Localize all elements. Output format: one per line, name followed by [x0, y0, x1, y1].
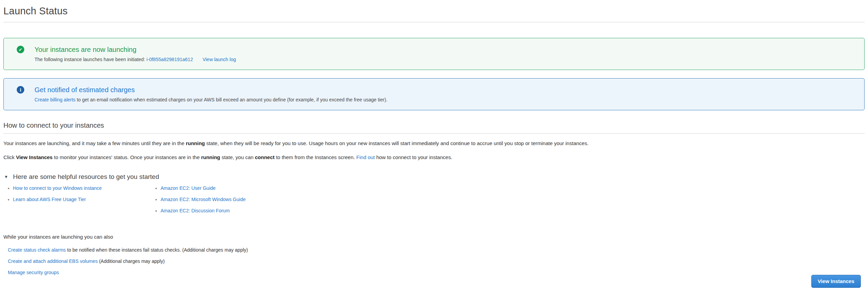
instance-id-link[interactable]: i-0f855a8298191a612 — [147, 57, 193, 62]
info-banner-message: Create billing alerts to get an email no… — [35, 97, 857, 103]
action-row: Create and attach additional EBS volumes… — [8, 258, 865, 265]
info-banner-body: Get notified of estimated charges Create… — [35, 86, 857, 103]
success-banner: ✔ Your instances are now launching The f… — [3, 38, 865, 70]
success-banner-title: Your instances are now launching — [35, 45, 857, 54]
p1-text-a: Your instances are launching, and it may… — [3, 140, 186, 146]
free-usage-tier-link[interactable]: Learn about AWS Free Usage Tier — [13, 197, 86, 202]
windows-instance-connect-link[interactable]: How to connect to your Windows instance — [13, 185, 102, 191]
p2-text-c: state, you can — [220, 154, 255, 160]
connect-paragraph-2: Click View Instances to monitor your ins… — [3, 154, 865, 161]
info-message-text: to get an email notification when estima… — [75, 97, 387, 102]
create-status-check-alarms-link[interactable]: Create status check alarms — [8, 247, 66, 253]
success-banner-body: Your instances are now launching The fol… — [35, 45, 857, 62]
page-title: Launch Status — [3, 5, 865, 17]
p2-text-b: to monitor your instances' status. Once … — [53, 154, 201, 160]
view-launch-log-link[interactable]: View launch log — [203, 57, 236, 62]
create-billing-alerts-link[interactable]: Create billing alerts — [35, 97, 75, 102]
p2-text-a: Click — [3, 154, 16, 160]
resources-column-1: How to connect to your Windows instance … — [3, 185, 151, 219]
ec2-windows-guide-link[interactable]: Amazon EC2: Microsoft Windows Guide — [161, 197, 246, 202]
resources-list-1: How to connect to your Windows instance … — [3, 185, 151, 203]
find-out-link[interactable]: Find out — [356, 154, 375, 160]
action-suffix: (Additional charges may apply) — [98, 258, 165, 264]
p2-view-instances-bold: View Instances — [16, 154, 53, 160]
create-ebs-volumes-link[interactable]: Create and attach additional EBS volumes — [8, 258, 98, 264]
resources-column-2: Amazon EC2: User Guide Amazon EC2: Micro… — [151, 185, 246, 219]
chevron-down-icon: ▼ — [4, 174, 13, 179]
view-instances-button[interactable]: View Instances — [811, 275, 861, 288]
p2-connect-bold: connect — [255, 154, 275, 160]
list-item: Learn about AWS Free Usage Tier — [13, 196, 151, 203]
p2-text-e: how to connect to your instances. — [375, 154, 452, 160]
action-suffix: to be notified when these instances fail… — [66, 247, 248, 253]
ec2-user-guide-link[interactable]: Amazon EC2: User Guide — [161, 185, 216, 191]
p2-running-bold: running — [201, 154, 220, 160]
action-row: Manage security groups — [8, 269, 865, 276]
connect-section-heading: How to connect to your instances — [3, 122, 865, 129]
resources-columns: How to connect to your Windows instance … — [3, 185, 865, 219]
list-item: Amazon EC2: Microsoft Windows Guide — [161, 196, 246, 203]
p1-text-b: state, when they will be ready for you t… — [205, 140, 589, 146]
connect-paragraph-1: Your instances are launching, and it may… — [3, 140, 865, 147]
while-launching-actions: Create status check alarms to be notifie… — [3, 247, 865, 276]
resources-list-2: Amazon EC2: User Guide Amazon EC2: Micro… — [151, 185, 246, 214]
success-message-prefix: The following instance launches have bee… — [35, 57, 147, 62]
resources-collapse-header[interactable]: ▼ Here are some helpful resources to get… — [3, 173, 865, 181]
manage-security-groups-link[interactable]: Manage security groups — [8, 270, 59, 275]
p1-running-bold: running — [186, 140, 205, 146]
resources-title: Here are some helpful resources to get y… — [13, 173, 159, 181]
info-banner-title: Get notified of estimated charges — [35, 86, 857, 94]
action-row: Create status check alarms to be notifie… — [8, 247, 865, 253]
success-banner-message: The following instance launches have bee… — [35, 57, 857, 62]
list-item: Amazon EC2: User Guide — [161, 185, 246, 192]
p2-text-d: to them from the Instances screen. — [275, 154, 356, 160]
check-circle-icon: ✔ — [17, 46, 24, 53]
info-banner: i Get notified of estimated charges Crea… — [3, 78, 865, 110]
launch-status-page: Launch Status ✔ Your instances are now l… — [0, 0, 868, 296]
info-circle-icon: i — [17, 86, 24, 94]
title-divider — [3, 22, 865, 23]
while-launching-intro: While your instances are launching you c… — [3, 234, 865, 240]
list-item: How to connect to your Windows instance — [13, 185, 151, 192]
list-item: Amazon EC2: Discussion Forum — [161, 208, 246, 214]
connect-section-divider — [3, 133, 865, 134]
ec2-discussion-forum-link[interactable]: Amazon EC2: Discussion Forum — [161, 208, 230, 213]
